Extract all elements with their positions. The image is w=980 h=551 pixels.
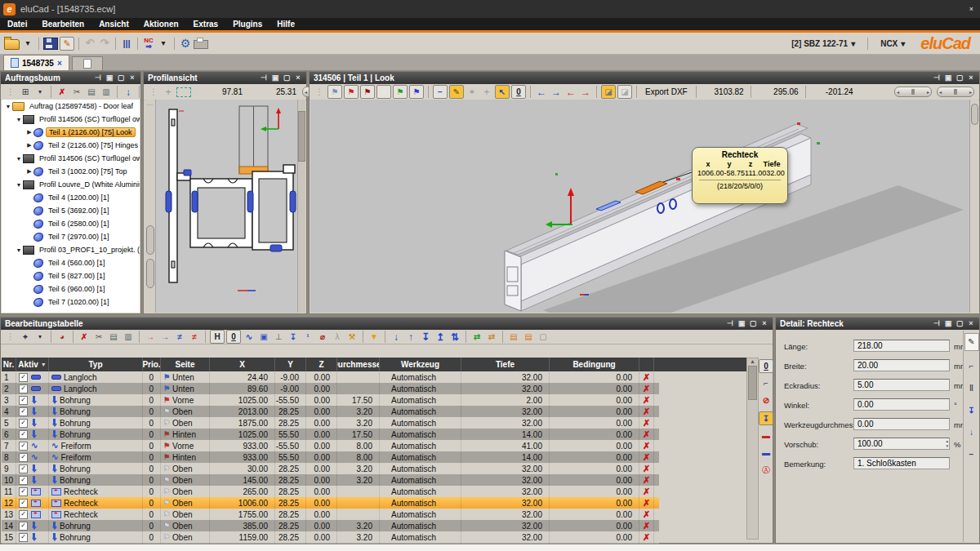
open-file-caret[interactable]: ▾ (21, 37, 34, 50)
probe-button[interactable]: ✶ (466, 86, 479, 99)
pin-icon[interactable]: ⊣ (726, 318, 734, 329)
redo-button[interactable]: ↷ (98, 37, 111, 50)
active-checkbox[interactable]: ✓ (19, 499, 28, 508)
maximize-icon[interactable]: ▢ (956, 318, 964, 329)
hide-button[interactable]: − (433, 85, 448, 99)
menu-bearbeiten[interactable]: Bearbeiten (34, 18, 91, 30)
filter-button[interactable]: ▼ (368, 331, 381, 344)
expand-icon[interactable]: ▶ (25, 129, 33, 136)
tree-item[interactable]: Teil 7 (2970.00) [1] (2, 230, 140, 243)
delete-condition-icon[interactable]: ✗ (643, 372, 650, 383)
cut-row-button[interactable]: ✂ (92, 331, 105, 344)
next-machining-button[interactable]: → (579, 86, 592, 99)
dots-icon[interactable]: … (145, 100, 155, 107)
sort-both-button[interactable]: ⇅ (448, 331, 461, 344)
suppress-button[interactable]: ⊘ (760, 394, 773, 407)
swap-green-button[interactable]: ⇄ (470, 331, 483, 344)
tool-button[interactable]: ⚒ (345, 331, 359, 344)
slot-blue-button[interactable]: ▬ (760, 447, 773, 460)
splitter-handle[interactable] (146, 225, 154, 255)
column-header-y[interactable]: Y (275, 358, 306, 371)
table-row[interactable]: 14✓Bohrung0⚑Oben385.0028.250.003.20Autom… (2, 520, 659, 531)
collapse-icon[interactable]: ▼ (4, 104, 12, 109)
contour-button[interactable]: ∿ (243, 331, 256, 344)
fence-detail-tool[interactable]: ‖ (965, 382, 978, 395)
grip[interactable]: ⋮ (147, 86, 160, 99)
ruler-detail-tool[interactable]: ⌐ (965, 360, 978, 373)
macro-button[interactable]: ▣ (257, 331, 270, 344)
sort-down-button[interactable]: ↓ (390, 331, 403, 344)
slider-right-icon[interactable]: ▸ (927, 89, 929, 95)
auto-button[interactable]: Ⓐ (760, 464, 773, 477)
vertical-scrollbar[interactable] (297, 100, 305, 313)
move-to-top-button[interactable]: ↥ (434, 331, 447, 344)
winkel-input[interactable]: 0.00 (853, 398, 950, 411)
profile-manager-button[interactable]: ||| (120, 37, 133, 50)
select-button[interactable]: ↖ (495, 85, 510, 99)
column-header-werkzeug[interactable]: Werkzeug (380, 358, 461, 371)
tree-item[interactable]: ▶Teil 2 (2126.00) [75] Hinges (2, 139, 140, 152)
active-checkbox[interactable]: ✓ (19, 510, 28, 519)
delete-condition-icon[interactable]: ✗ (643, 384, 650, 394)
float-icon[interactable]: ▣ (944, 73, 952, 83)
add-machining-button[interactable]: ⌖ (19, 331, 32, 344)
column-header-marker[interactable] (639, 358, 654, 371)
center-button[interactable]: + (480, 86, 493, 99)
edit-detail-tool[interactable]: ✎ (964, 333, 979, 351)
float-icon[interactable]: ▣ (737, 318, 746, 329)
drill-detail-tool[interactable]: ↧ (965, 404, 978, 417)
zoom-slider[interactable]: ◂ ▸ (894, 87, 932, 97)
next-part-button[interactable]: → (550, 86, 563, 99)
float-icon[interactable]: ▣ (944, 318, 952, 329)
maximize-icon[interactable]: ▢ (749, 318, 757, 329)
active-checkbox[interactable]: ✓ (19, 407, 28, 416)
menu-ansicht[interactable]: Ansicht (91, 18, 136, 30)
settings-button[interactable]: ⚙ (179, 37, 192, 50)
view-back-flag-button[interactable]: ⚑ (360, 85, 375, 99)
table-row[interactable]: 4✓Bohrung0⚑Oben2013.0028.250.003.20Autom… (2, 406, 659, 417)
tree-item[interactable]: Teil 5 (3692.00) [1] (2, 204, 140, 217)
tree-item[interactable]: Teil 5 (827.00) [1] (2, 269, 140, 282)
table-row[interactable]: 8✓∿∿Freiform0⚑Hinten933.0055.500.008.00A… (2, 451, 659, 463)
float-icon[interactable]: ▣ (271, 73, 279, 83)
active-checkbox[interactable]: ✓ (19, 522, 28, 531)
zoom-region-button[interactable] (176, 87, 191, 97)
nc-caret[interactable]: ▾ (157, 37, 170, 50)
column-header-tiefe[interactable]: Tiefe (461, 358, 550, 371)
tree-item[interactable]: Teil 4 (1200.00) [1] (2, 191, 140, 204)
table-row[interactable]: 1✓Langloch0⚑Unten24.40-9.000.00Automatis… (2, 371, 659, 383)
delete-condition-icon[interactable]: ✗ (643, 407, 650, 417)
slot-red-button[interactable]: ▬ (760, 429, 773, 442)
delete-condition-icon[interactable]: ✗ (643, 429, 650, 440)
vertical-scrollbar[interactable]: ▲ (746, 358, 759, 540)
delete-row-button[interactable]: ✗ (78, 331, 91, 344)
column-header-prio[interactable]: Prio. (143, 358, 161, 371)
splitter-handle[interactable] (971, 104, 978, 125)
view-bottom-flag-button[interactable]: ⚑ (393, 85, 408, 99)
angle-button[interactable]: λ (331, 331, 344, 344)
close-icon[interactable]: × (760, 318, 768, 329)
nc-generate-button[interactable]: NC (142, 37, 155, 50)
tree-item[interactable]: Teil 4 (560.00) [1] (2, 256, 140, 269)
grip[interactable]: ⋮ (4, 86, 17, 99)
close-icon[interactable]: × (967, 318, 975, 329)
collapse-icon[interactable]: ▼ (15, 117, 23, 122)
print-button[interactable] (194, 40, 208, 49)
float-icon[interactable]: ▣ (105, 73, 114, 83)
zero-view-button[interactable]: 0 (759, 359, 773, 373)
delete-condition-icon[interactable]: ✗ (643, 532, 650, 543)
table-row[interactable]: 7✓∿∿Freiform0⚑Vorne933.00-55.500.008.00A… (2, 440, 659, 451)
depth-ref-button[interactable]: ↧ (287, 331, 300, 344)
zero-point-button[interactable]: 0 (511, 85, 526, 99)
previous-machining-button[interactable]: ← (564, 86, 577, 99)
crosshair-button[interactable]: + (162, 86, 175, 99)
tree-item[interactable]: ▼Auftrag (125897458) - Door leaf (2, 100, 140, 113)
drill2-detail-tool[interactable]: ↓ (965, 426, 978, 439)
column-header-seite[interactable]: Seite (161, 358, 210, 371)
table-row[interactable]: 6✓Bohrung0⚑Hinten1025.0055.500.0017.50Au… (2, 429, 659, 440)
tree-item[interactable]: ▼Profil 314506 (SC) Türflügel ow 48/98 (2, 113, 140, 126)
open-file-button[interactable] (4, 39, 20, 50)
grip[interactable]: ⋮ (4, 331, 17, 344)
shift-red-button[interactable]: → (144, 331, 157, 344)
active-checkbox[interactable]: ✓ (19, 533, 28, 542)
